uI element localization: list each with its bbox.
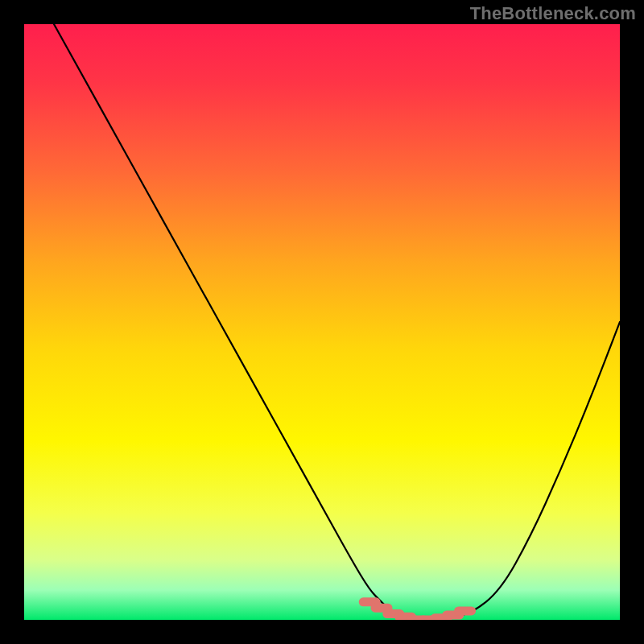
gradient-background: [24, 24, 620, 620]
watermark-text: TheBottleneck.com: [470, 3, 636, 24]
chart-frame: TheBottleneck.com: [0, 0, 644, 644]
chart-svg: [24, 24, 620, 620]
plot-area: [24, 24, 620, 620]
